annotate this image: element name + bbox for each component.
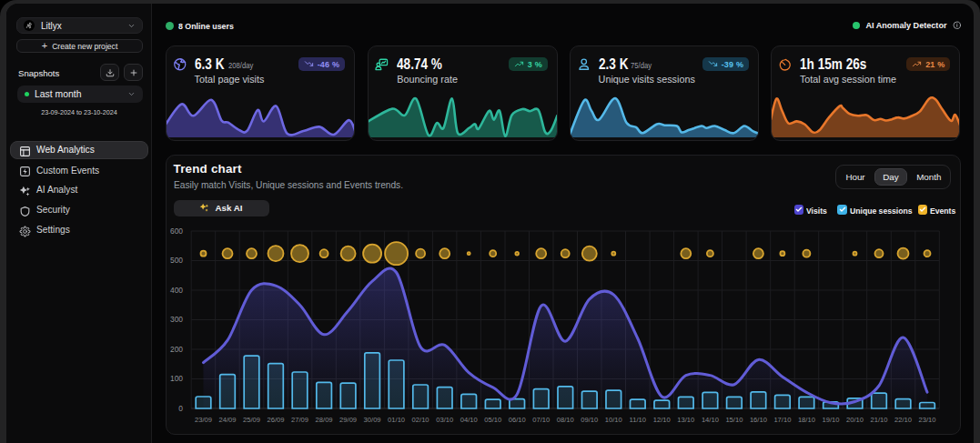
svg-text:24/09: 24/09	[218, 416, 236, 424]
svg-text:500: 500	[170, 256, 183, 265]
svg-text:400: 400	[170, 286, 183, 295]
svg-text:16/10: 16/10	[750, 416, 767, 424]
svg-text:01/10: 01/10	[388, 416, 405, 424]
svg-text:08/10: 08/10	[557, 416, 574, 424]
svg-text:04/10: 04/10	[460, 416, 478, 424]
svg-text:0: 0	[178, 404, 183, 413]
svg-text:09/10: 09/10	[581, 416, 598, 424]
svg-text:18/10: 18/10	[798, 416, 815, 424]
svg-text:22/10: 22/10	[894, 416, 912, 424]
svg-text:19/10: 19/10	[822, 416, 839, 424]
svg-text:07/10: 07/10	[532, 416, 550, 424]
svg-text:25/09: 25/09	[243, 416, 260, 424]
svg-text:17/10: 17/10	[773, 416, 791, 424]
svg-text:21/10: 21/10	[870, 416, 887, 424]
svg-text:23/09: 23/09	[195, 416, 212, 424]
svg-text:200: 200	[170, 345, 183, 354]
svg-text:12/10: 12/10	[653, 416, 671, 424]
svg-text:600: 600	[170, 227, 183, 236]
svg-text:20/10: 20/10	[846, 416, 864, 424]
svg-text:03/10: 03/10	[436, 416, 453, 424]
svg-text:06/10: 06/10	[509, 416, 526, 424]
svg-text:100: 100	[170, 374, 183, 383]
svg-text:30/09: 30/09	[364, 416, 381, 424]
svg-text:14/10: 14/10	[702, 416, 719, 424]
svg-text:27/09: 27/09	[291, 416, 308, 424]
svg-text:26/09: 26/09	[267, 416, 284, 424]
svg-text:300: 300	[170, 315, 183, 324]
svg-text:05/10: 05/10	[484, 416, 501, 424]
svg-text:23/10: 23/10	[918, 416, 935, 424]
svg-text:15/10: 15/10	[725, 416, 743, 424]
svg-text:02/10: 02/10	[412, 416, 429, 424]
svg-text:28/09: 28/09	[316, 416, 333, 424]
svg-text:29/09: 29/09	[339, 416, 357, 424]
svg-text:13/10: 13/10	[677, 416, 694, 424]
svg-text:10/10: 10/10	[605, 416, 622, 424]
svg-text:11/10: 11/10	[630, 416, 646, 424]
